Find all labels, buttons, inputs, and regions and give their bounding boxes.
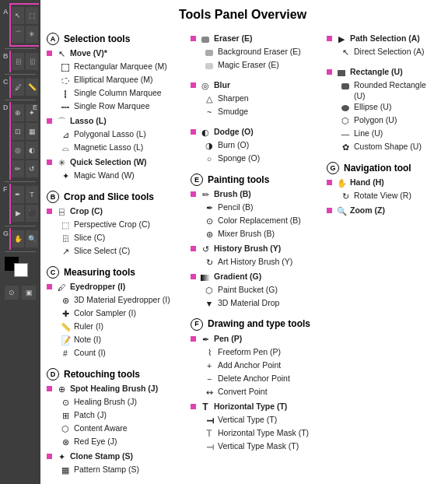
toolbar-separator-5 — [5, 226, 36, 226]
polygon-icon: ⬡ — [339, 115, 352, 128]
tool-paint-bucket: ⬡ Paint Bucket (G) — [203, 285, 327, 297]
ellipse-marquee-icon — [59, 75, 72, 87]
type-btn[interactable]: T — [26, 186, 38, 203]
rect-shape-icon — [335, 67, 348, 79]
ruler-btn[interactable]: 📏 — [26, 79, 38, 96]
lasso-tool-btn[interactable]: ⌒ — [12, 26, 24, 43]
quick-sel-btn[interactable]: ✳ — [26, 26, 38, 43]
move-tool-btn[interactable]: ↖ — [12, 7, 24, 24]
history-brush-btn[interactable]: ↺ — [26, 160, 38, 177]
path-sel-btn[interactable]: ▶ — [12, 205, 24, 222]
single-row-marquee-icon — [59, 101, 72, 114]
magic-wand-icon: ✦ — [59, 170, 72, 183]
section-D-title: D Retouching tools — [47, 368, 191, 381]
poly-lasso-icon: ⊿ — [59, 129, 72, 142]
tool-pencil: ✒ Pencil (B) — [203, 202, 327, 215]
gradient-btn[interactable]: ▦ — [26, 123, 38, 140]
tool-rect-marquee: Rectangular Marquee (M) — [59, 61, 191, 74]
dodge-btn[interactable]: ◐ — [26, 142, 38, 159]
screen-mode-btn[interactable]: ▣ — [22, 286, 36, 300]
tool-brush: ✏ Brush (B) — [191, 189, 327, 202]
background-color[interactable] — [14, 263, 28, 277]
toolbar-label-e: E — [33, 103, 37, 111]
eraser-btn[interactable]: ⊡ — [12, 123, 24, 140]
tool-ellipse-shape: Ellipse (U) — [339, 102, 436, 114]
default-indicator-h-type — [191, 404, 196, 409]
v-type-icon: T — [203, 415, 215, 427]
section-F: F Drawing and type tools ✒ Pen (P) ⌇ Fre… — [191, 318, 327, 454]
h-type-icon: T — [199, 402, 212, 414]
default-indicator-eyedropper — [47, 284, 52, 289]
section-C: C Measuring tools 🖊 Eyedropper (I) ⊛ 3D … — [47, 266, 191, 360]
quick-mask-btn[interactable]: ⊙ — [5, 286, 19, 300]
tool-history-brush: ↺ History Brush (Y) — [191, 244, 327, 256]
crop-btn[interactable]: ⌸ — [12, 53, 24, 70]
section-F-title: F Drawing and type tools — [191, 318, 327, 331]
tool-3d-material-drop: ▼ 3D Material Drop — [203, 298, 327, 310]
smudge-icon: ~ — [203, 107, 215, 119]
tool-bg-eraser: Background Eraser (E) — [203, 47, 327, 59]
tool-dodge-header: ◐ Dodge (O) — [191, 127, 327, 139]
red-eye-icon: ⊗ — [59, 437, 72, 449]
tool-del-anchor: − Delete Anchor Point — [203, 374, 327, 386]
tool-v-type: T Vertical Type (T) — [203, 415, 327, 427]
section-F-letter: F — [191, 318, 203, 331]
blur-btn[interactable]: ◎ — [12, 142, 24, 159]
tool-slice: ⌹ Slice (C) — [59, 233, 191, 245]
freeform-pen-icon: ⌇ — [203, 347, 215, 359]
tool-3d-eyedropper: ⊛ 3D Material Eyedropper (I) — [59, 295, 191, 307]
crop-icon: ⌸ — [55, 206, 68, 219]
tool-patch: ⊞ Patch (J) — [59, 410, 191, 423]
del-anchor-icon: − — [203, 374, 215, 386]
toolbar-label-c: C — [3, 78, 9, 86]
tool-color-replace: ⊙ Color Replacement (B) — [203, 216, 327, 228]
gradient-icon — [199, 272, 212, 284]
quick-sel-icon: ✳ — [55, 157, 68, 170]
tool-mag-lasso: ⌓ Magnetic Lasso (L) — [59, 142, 191, 155]
tool-lasso: ⌒ Lasso (L) — [47, 116, 191, 128]
toolbar: A ↖ ⬚ ⌒ ✳ B ⌸ ⌹ C 🖊 📏 — [0, 0, 40, 484]
path-sel-icon: ▶ — [335, 33, 348, 46]
default-indicator-blur — [191, 82, 196, 88]
lasso-icon: ⌒ — [55, 116, 68, 128]
brush-btn[interactable]: ✏ — [12, 160, 24, 177]
section-C-title: C Measuring tools — [47, 266, 191, 279]
ellipse-shape-icon — [339, 102, 352, 114]
tool-h-type: T Horizontal Type (T) — [191, 402, 327, 414]
slice-btn[interactable]: ⌹ — [26, 53, 38, 70]
healing-btn[interactable]: ⊕ — [12, 104, 24, 121]
toolbar-label-g: G — [3, 230, 9, 237]
tool-mixer-brush: ⊛ Mixer Brush (B) — [203, 229, 327, 241]
tool-convert-point: ↭ Convert Point — [203, 387, 327, 399]
section-B: B Crop and Slice tools ⌸ Crop (C) ⬚ Pers… — [47, 191, 191, 258]
toolbar-label-f: F — [3, 185, 8, 193]
middle-column: Eraser (E) Background Eraser (E) Magic E… — [191, 33, 327, 484]
eyedropper-btn[interactable]: 🖊 — [12, 79, 24, 96]
move-icon: ↖ — [55, 48, 68, 61]
right-column: ▶ Path Selection (A) ↖ Direct Selection … — [327, 33, 436, 484]
hand-btn[interactable]: ✋ — [12, 230, 24, 247]
3d-eyedropper-icon: ⊛ — [59, 295, 72, 307]
tool-pattern-stamp: ▦ Pattern Stamp (S) — [59, 465, 191, 477]
zoom-btn[interactable]: 🔍 — [26, 230, 38, 247]
tool-single-col-marquee: Single Column Marquee — [59, 88, 191, 100]
default-indicator-spot-heal — [47, 386, 52, 391]
default-indicator-pen — [191, 336, 196, 342]
default-indicator-crop — [47, 209, 52, 214]
shape-btn[interactable]: ⬛ — [26, 205, 38, 222]
section-A: A Selection tools ↖ Move (V)* Rectangula… — [47, 33, 191, 183]
default-indicator-eraser — [191, 36, 196, 41]
pattern-stamp-icon: ▦ — [59, 465, 72, 477]
section-A-title: A Selection tools — [47, 33, 191, 45]
marquee-tool-btn[interactable]: ⬚ — [26, 7, 38, 24]
tool-move: ↖ Move (V)* — [47, 48, 191, 61]
section-rectangle: Rectangle (U) Rounded Rectangle (U) Elli… — [327, 67, 436, 154]
clone-stamp-icon: ✦ — [55, 451, 68, 464]
rotate-view-icon: ↻ — [339, 191, 352, 203]
tool-round-rect: Rounded Rectangle (U) — [339, 80, 436, 101]
pen-btn[interactable]: ✒ — [12, 186, 24, 203]
default-indicator-zoom — [327, 208, 332, 213]
3d-material-drop-icon: ▼ — [203, 298, 215, 310]
tool-red-eye: ⊗ Red Eye (J) — [59, 437, 191, 449]
default-indicator-rect-shape — [327, 69, 332, 75]
